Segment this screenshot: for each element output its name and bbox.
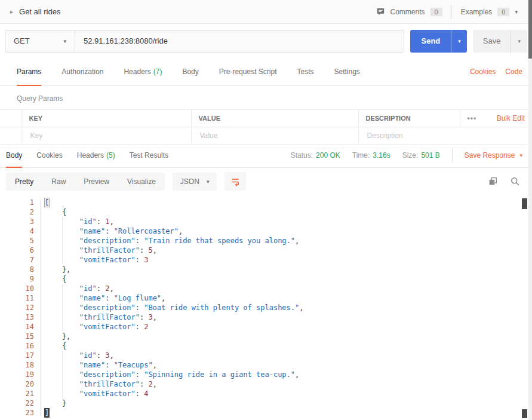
tab-label: Settings [334, 68, 360, 76]
line-number: 10 [0, 284, 41, 293]
more-options-button[interactable]: ••• [468, 114, 477, 122]
window-scrollbar-thumb[interactable] [528, 0, 532, 59]
tab-label: Authorization [61, 68, 103, 76]
param-description-input[interactable] [366, 131, 525, 140]
view-mode-pretty[interactable]: Pretty [6, 173, 42, 191]
bulk-edit-link[interactable]: Bulk Edit [497, 114, 525, 122]
line-content: [ [41, 198, 49, 207]
send-button[interactable]: Send [410, 36, 452, 45]
param-value-input[interactable] [199, 131, 351, 140]
line-number: 4 [0, 226, 41, 236]
time-label: Time: [352, 151, 370, 160]
examples-label: Examples [461, 8, 493, 16]
line-content: "thrillFactor": 5, [41, 246, 157, 255]
tab-label: Headers [77, 151, 104, 160]
line-content: } [41, 398, 66, 408]
line-number: 12 [0, 303, 41, 312]
method-select[interactable]: GET ▾ [5, 30, 75, 52]
code-line: 20 "thrillFactor": 2, [0, 379, 532, 389]
view-mode-preview[interactable]: Preview [75, 173, 118, 191]
view-mode-visualize[interactable]: Visualize [118, 173, 165, 191]
tab-tests[interactable]: Tests [297, 58, 313, 85]
code-horizontal-scrollbar-thumb[interactable] [522, 409, 527, 418]
search-icon[interactable] [510, 176, 520, 186]
code-line: 15 }, [0, 332, 532, 341]
chevron-down-icon: ▾ [207, 179, 210, 185]
code-link[interactable]: Code [505, 68, 522, 76]
line-number: 21 [0, 389, 41, 398]
size-label: Size: [402, 151, 419, 160]
tab-pre-request-script[interactable]: Pre-request Script [219, 58, 277, 85]
examples-count-badge: 0 [497, 8, 509, 16]
tab-authorization[interactable]: Authorization [61, 58, 103, 85]
query-params-table: KEY VALUE DESCRIPTION ••• Bulk Edit [0, 109, 532, 145]
tab-cookies[interactable]: Cookies [36, 143, 62, 167]
code-line: 18 "name": "Teacups", [0, 360, 532, 370]
status-label: Status: [291, 151, 313, 160]
line-number: 8 [0, 265, 41, 274]
comments-button[interactable]: Comments 0 [376, 7, 442, 16]
line-number: 18 [0, 360, 41, 370]
save-response-button[interactable]: Save Response ▾ [465, 151, 522, 160]
status-divider [452, 149, 453, 162]
line-content: }, [41, 265, 70, 274]
chevron-right-icon[interactable]: ▸ [10, 8, 13, 15]
line-number: 20 [0, 379, 41, 389]
code-line: 1[ [0, 198, 532, 207]
postman-request-window: ▸ Get all rides Comments 0 Examples 0 ▾ … [0, 0, 532, 420]
code-line: 21 "vomitFactor": 4 [0, 389, 532, 398]
line-content: "id": 3, [41, 351, 114, 360]
code-line: 5 "description": "Train ride that speeds… [0, 236, 532, 246]
save-response-label: Save Response [465, 151, 515, 160]
url-input[interactable] [75, 30, 404, 52]
size-badge: Size: 501 B [402, 151, 440, 160]
request-title-bar: ▸ Get all rides Comments 0 Examples 0 ▾ [0, 0, 532, 24]
save-button[interactable]: Save [473, 36, 511, 45]
code-line: 13 "thrillFactor": 3, [0, 312, 532, 322]
wrap-lines-icon [230, 177, 240, 186]
code-line: 3 "id": 1, [0, 217, 532, 226]
tab-label: Params [17, 68, 41, 76]
line-number: 7 [0, 255, 41, 265]
view-mode-raw[interactable]: Raw [42, 173, 75, 191]
line-number: 11 [0, 293, 41, 303]
tab-settings[interactable]: Settings [334, 58, 360, 85]
code-line: 7 "vomitFactor": 3 [0, 255, 532, 265]
format-value: JSON [180, 177, 199, 186]
code-vertical-scrollbar-thumb[interactable] [522, 198, 527, 209]
examples-button[interactable]: Examples 0 ▾ [461, 8, 518, 16]
line-content: "description": "Boat ride with plenty of… [41, 303, 304, 312]
line-content: }, [41, 332, 70, 341]
size-value: 501 B [421, 151, 439, 160]
response-tabs: BodyCookiesHeaders(5)Test Results [6, 143, 168, 167]
save-options-button[interactable]: ▾ [511, 38, 527, 44]
status-value: 200 OK [316, 151, 340, 160]
tab-headers[interactable]: Headers(7) [124, 58, 162, 85]
column-header-value: VALUE [191, 110, 358, 127]
tab-body[interactable]: Body [6, 143, 22, 167]
line-number: 2 [0, 207, 41, 217]
param-key-input[interactable] [29, 131, 184, 140]
column-header-description: DESCRIPTION [358, 110, 460, 127]
tab-params[interactable]: Params [17, 58, 41, 85]
status-badge: Status: 200 OK [291, 151, 340, 160]
wrap-lines-button[interactable] [225, 172, 246, 191]
tab-body[interactable]: Body [182, 58, 198, 85]
tab-label: Cookies [36, 151, 62, 160]
line-content: "thrillFactor": 2, [41, 379, 157, 389]
send-button-group: Send ▾ [410, 30, 467, 53]
copy-button[interactable] [488, 176, 498, 186]
cookies-link[interactable]: Cookies [470, 68, 496, 76]
tab-headers[interactable]: Headers(5) [77, 143, 115, 167]
line-number: 1 [0, 198, 41, 207]
tab-test-results[interactable]: Test Results [130, 143, 168, 167]
window-scrollbar[interactable] [528, 0, 532, 420]
format-select[interactable]: JSON ▾ [173, 173, 217, 191]
code-line: 16 { [0, 341, 532, 351]
line-content: "vomitFactor": 2 [41, 322, 148, 332]
response-toolbar: PrettyRawPreviewVisualize JSON ▾ [0, 168, 532, 195]
line-content: "name": "Teacups", [41, 360, 157, 370]
code-line: 6 "thrillFactor": 5, [0, 246, 532, 255]
send-options-button[interactable]: ▾ [452, 38, 467, 44]
save-button-group: Save ▾ [473, 30, 527, 53]
